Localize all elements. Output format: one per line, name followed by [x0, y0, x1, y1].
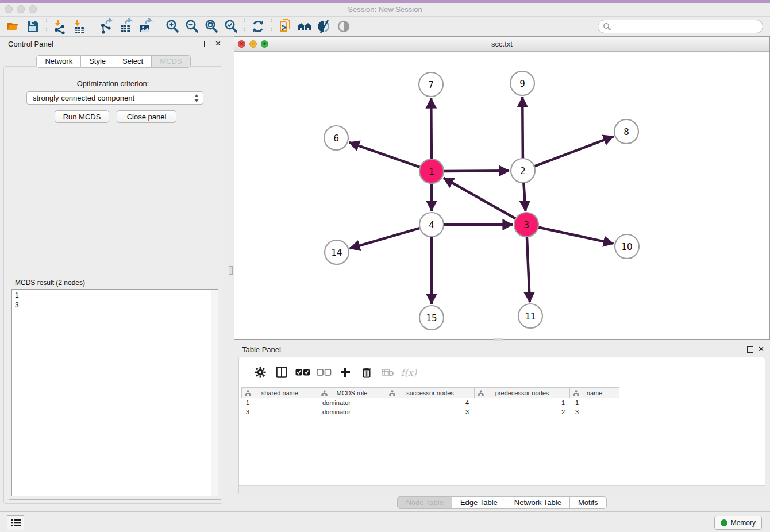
search-input[interactable]: [614, 22, 758, 31]
network-minimize-button[interactable]: −: [249, 40, 257, 48]
close-panel-button[interactable]: Close panel: [117, 110, 176, 123]
table-cell[interactable]: 3: [571, 407, 619, 417]
edge-2-8[interactable]: [534, 137, 614, 167]
network-close-button[interactable]: ✕: [238, 40, 245, 48]
save-session-icon[interactable]: [23, 18, 43, 34]
export-network-icon[interactable]: [97, 18, 116, 34]
table-cell[interactable]: 1: [475, 398, 571, 407]
close-icon[interactable]: ✕: [215, 41, 221, 47]
open-session-icon[interactable]: [3, 18, 23, 34]
table-mode-gear-icon[interactable]: [249, 367, 271, 378]
column-header-predecessor-nodes[interactable]: predecessor nodes: [475, 388, 571, 398]
edge-1-6[interactable]: [349, 142, 421, 167]
zoom-fit-icon[interactable]: [202, 18, 221, 34]
import-network-icon[interactable]: [50, 18, 70, 34]
show-columns-icon[interactable]: [271, 367, 292, 378]
node-1[interactable]: 1: [419, 159, 444, 183]
tab-network-table[interactable]: Network Table: [506, 496, 570, 509]
edge-1-2[interactable]: [444, 171, 509, 171]
float-icon[interactable]: [747, 346, 753, 353]
edge-4-14[interactable]: [350, 228, 420, 248]
column-header-MCDS-role[interactable]: MCDS role: [318, 388, 387, 398]
mcds-result-scrollbar[interactable]: [211, 290, 218, 496]
svg-text:14: 14: [331, 248, 342, 258]
table-cell[interactable]: 3: [386, 407, 475, 417]
edge-2-9[interactable]: [522, 97, 523, 159]
deselect-all-icon[interactable]: [313, 368, 334, 376]
import-table-icon[interactable]: [70, 18, 89, 34]
delete-column-icon[interactable]: [356, 367, 377, 378]
table-panel-title: Table Panel: [242, 345, 281, 354]
table-cell[interactable]: dominator: [318, 407, 386, 417]
node-7[interactable]: 7: [419, 72, 443, 97]
vertical-splitter-grip[interactable]: [229, 266, 233, 275]
tab-node-table[interactable]: Node Table: [397, 496, 452, 509]
network-canvas[interactable]: 1234678910111415: [234, 52, 769, 340]
column-header-name[interactable]: name: [570, 388, 619, 398]
app-maximize-button[interactable]: [29, 5, 37, 13]
zoom-selected-icon[interactable]: [221, 18, 241, 34]
graphics-details-icon[interactable]: [314, 18, 334, 34]
float-icon[interactable]: [204, 41, 210, 47]
node-11[interactable]: 11: [518, 304, 542, 328]
node-6[interactable]: 6: [324, 126, 348, 150]
mcds-result-group: MCDS result (2 nodes) 1 3: [9, 283, 221, 500]
app-minimize-button[interactable]: [17, 5, 25, 13]
node-4[interactable]: 4: [419, 213, 444, 237]
close-icon[interactable]: ✕: [758, 346, 764, 352]
network-window-titlebar[interactable]: ✕ − + scc.txt: [234, 37, 769, 52]
edge-3-1[interactable]: [444, 178, 516, 219]
node-9[interactable]: 9: [510, 71, 534, 95]
table-cell[interactable]: dominator: [318, 398, 386, 407]
function-builder-icon[interactable]: f(x): [398, 367, 419, 378]
zoom-out-icon[interactable]: [182, 18, 202, 34]
task-history-button[interactable]: [7, 515, 24, 530]
edge-3-10[interactable]: [538, 228, 614, 244]
duplicate-network-icon[interactable]: [275, 18, 295, 34]
tab-edge-table[interactable]: Edge Table: [452, 496, 506, 509]
tab-mcds[interactable]: MCDS: [152, 55, 190, 68]
eye-icon[interactable]: [334, 18, 353, 34]
mcds-result-textarea[interactable]: 1 3: [11, 289, 218, 496]
delete-table-icon[interactable]: [377, 368, 398, 377]
table-cell[interactable]: 4: [386, 398, 475, 407]
table-horizontal-scrollbar[interactable]: [239, 485, 765, 495]
svg-text:8: 8: [623, 127, 629, 137]
export-image-icon[interactable]: [136, 18, 155, 34]
memory-button[interactable]: Memory: [714, 516, 762, 530]
column-header-successor-nodes[interactable]: successor nodes: [386, 388, 475, 398]
table-row[interactable]: 1dominator411: [241, 398, 619, 407]
table-cell[interactable]: 3: [241, 407, 318, 417]
search-field[interactable]: [598, 20, 763, 33]
network-maximize-button[interactable]: +: [261, 40, 268, 48]
apply-layout-icon[interactable]: [248, 18, 268, 34]
zoom-in-icon[interactable]: [163, 18, 182, 34]
edge-2-3[interactable]: [523, 183, 525, 211]
tab-style[interactable]: Style: [81, 55, 114, 68]
edge-3-11[interactable]: [527, 237, 530, 302]
criterion-select[interactable]: strongly connected component: [26, 91, 203, 105]
table-cell[interactable]: 1: [571, 398, 619, 407]
node-3[interactable]: 3: [514, 213, 538, 237]
horizontal-splitter-grip[interactable]: [494, 338, 503, 341]
tab-network[interactable]: Network: [36, 55, 81, 68]
tab-select[interactable]: Select: [114, 55, 152, 68]
column-header-shared-name[interactable]: shared name: [242, 388, 318, 398]
table-cell[interactable]: 2: [475, 407, 571, 417]
select-all-icon[interactable]: [292, 368, 313, 376]
table-cell[interactable]: 1: [241, 398, 318, 407]
run-mcds-button[interactable]: Run MCDS: [55, 110, 109, 123]
tab-motifs[interactable]: Motifs: [570, 496, 607, 509]
table-row[interactable]: 3dominator323: [241, 407, 619, 417]
node-15[interactable]: 15: [419, 306, 444, 330]
add-column-icon[interactable]: [334, 367, 356, 378]
export-table-icon[interactable]: [116, 18, 136, 34]
node-8[interactable]: 8: [614, 119, 638, 144]
table-panel-tabs: Node TableEdge TableNetwork TableMotifs: [234, 496, 770, 509]
node-2[interactable]: 2: [511, 159, 535, 183]
app-close-button[interactable]: [5, 5, 13, 13]
node-14[interactable]: 14: [325, 240, 349, 264]
node-10[interactable]: 10: [615, 234, 639, 259]
home-icon[interactable]: [295, 18, 314, 34]
edge-1-7[interactable]: [431, 98, 432, 159]
